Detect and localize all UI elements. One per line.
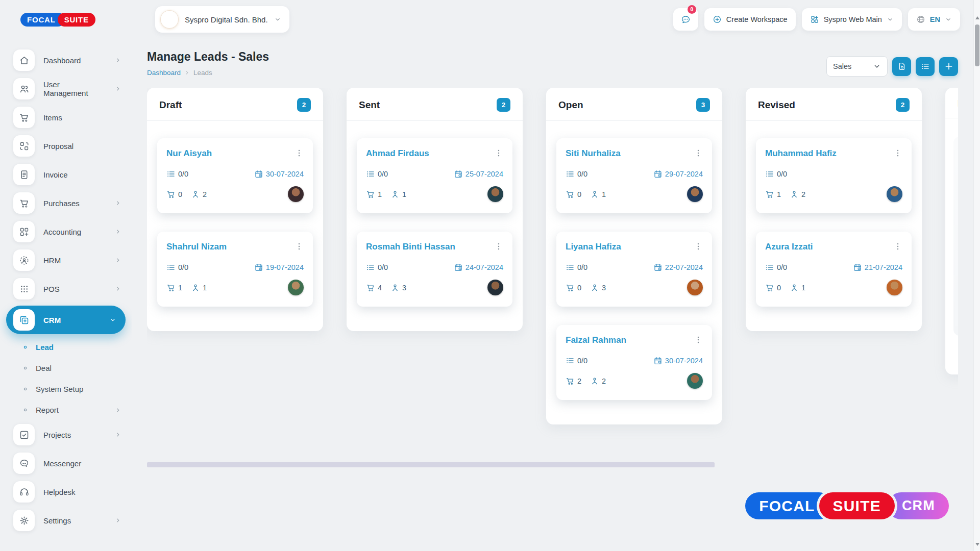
sidebar-item-label: Accounting bbox=[43, 228, 106, 236]
items-stat: 4 bbox=[366, 283, 382, 292]
cart-icon bbox=[166, 283, 176, 292]
lead-name-link[interactable]: Rosmah Binti Hassan bbox=[366, 242, 455, 252]
calendar-icon bbox=[254, 263, 263, 272]
app-logo[interactable]: FOCAL SUITE bbox=[20, 13, 95, 27]
tasks-stat: 0/0 bbox=[765, 169, 787, 179]
chat-button[interactable]: 0 bbox=[673, 8, 698, 31]
invoice-icon bbox=[13, 164, 35, 185]
card-menu-button[interactable] bbox=[494, 148, 503, 158]
lead-card[interactable]: Faizal Rahman 0/0 30-07-2024 2 2 bbox=[556, 325, 712, 400]
card-owner bbox=[678, 280, 703, 295]
sidebar-item-projects[interactable]: Projects bbox=[0, 420, 132, 449]
lead-name-link[interactable]: Azura Izzati bbox=[765, 242, 813, 252]
lead-name-link[interactable]: Siti Nurhaliza bbox=[566, 148, 621, 159]
lead-card[interactable]: Azura Izzati 0/0 21-07-2024 0 1 bbox=[756, 232, 912, 307]
language-selector[interactable]: EN bbox=[908, 8, 960, 31]
lead-card[interactable]: Shahrul Nizam 0/0 19-07-2024 1 1 bbox=[157, 232, 313, 307]
sidebar-item-proposal[interactable]: Proposal bbox=[0, 132, 132, 160]
headset-icon bbox=[13, 481, 35, 503]
workspace-label: Syspro Web Main bbox=[824, 15, 882, 23]
cart-icon bbox=[366, 283, 375, 292]
footer-logo-crm: CRM bbox=[888, 492, 949, 519]
sidebar-item-items[interactable]: Items bbox=[0, 103, 132, 132]
lead-name-link[interactable]: Ahmad Firdaus bbox=[366, 148, 429, 159]
sidebar-item-label: Dashboard bbox=[43, 56, 106, 65]
sidebar-item-pos[interactable]: POS bbox=[0, 274, 132, 303]
tasks-stat: 0/0 bbox=[566, 169, 587, 179]
calendar-icon bbox=[853, 263, 862, 272]
lead-card[interactable]: Ahmad Firdaus 0/0 25-07-2024 1 1 bbox=[357, 138, 512, 213]
sidebar-item-accounting[interactable]: Accounting bbox=[0, 217, 132, 246]
footer-brand-logo: FOCAL SUITE CRM bbox=[745, 492, 949, 519]
sidebar-subitem-report[interactable]: Report bbox=[0, 399, 132, 420]
sidebar-item-user-management[interactable]: User Management bbox=[0, 74, 132, 103]
sidebar-item-hrm[interactable]: HRM bbox=[0, 246, 132, 274]
chevron-right-icon bbox=[114, 407, 121, 414]
syspro-logo-icon bbox=[878, 188, 891, 201]
card-menu-button[interactable] bbox=[694, 242, 703, 251]
scroll-up-arrow-icon[interactable] bbox=[975, 16, 979, 19]
sidebar-item-helpdesk[interactable]: Helpdesk bbox=[0, 478, 132, 506]
sidebar-subitem-lead[interactable]: Lead bbox=[0, 337, 132, 358]
lead-card[interactable]: Rosmah Binti Hassan 0/0 24-07-2024 4 3 bbox=[357, 232, 512, 307]
export-button[interactable] bbox=[892, 57, 911, 76]
breadcrumb-dashboard-link[interactable]: Dashboard bbox=[147, 69, 181, 77]
list-icon bbox=[566, 356, 575, 365]
sidebar-item-invoice[interactable]: Invoice bbox=[0, 160, 132, 189]
workspace-grid-icon bbox=[810, 15, 819, 24]
lead-card[interactable]: Muhammad Hafiz 0/0 1 2 bbox=[756, 138, 912, 213]
cart-icon bbox=[13, 192, 35, 214]
home-icon bbox=[13, 49, 35, 71]
vertical-scrollbar-thumb[interactable] bbox=[975, 24, 979, 66]
lead-card[interactable]: Liyana Hafiza 0/0 22-07-2024 0 3 bbox=[556, 232, 712, 307]
card-menu-button[interactable] bbox=[893, 148, 902, 158]
card-menu-button[interactable] bbox=[494, 242, 503, 251]
list-icon bbox=[366, 263, 375, 272]
chevron-down-icon bbox=[945, 16, 952, 23]
topbar-brand-area: FOCAL SUITE bbox=[0, 0, 132, 39]
gear-icon bbox=[13, 510, 35, 531]
column-count-badge: 3 bbox=[696, 98, 710, 112]
company-logo-icon bbox=[160, 10, 179, 29]
language-label: EN bbox=[930, 15, 940, 23]
list-view-button[interactable] bbox=[916, 57, 935, 76]
lead-name-link[interactable]: Liyana Hafiza bbox=[566, 242, 621, 252]
page-vertical-scrollbar[interactable] bbox=[973, 0, 980, 551]
sidebar-item-settings[interactable]: Settings bbox=[0, 506, 132, 535]
card-menu-button[interactable] bbox=[694, 148, 703, 158]
scroll-down-arrow-icon[interactable] bbox=[975, 543, 979, 546]
lead-name-link[interactable]: Faizal Rahman bbox=[566, 335, 626, 345]
sidebar-item-messenger[interactable]: Messenger bbox=[0, 449, 132, 478]
column-header: Open 3 bbox=[546, 88, 722, 121]
sidebar-item-purchases[interactable]: Purchases bbox=[0, 189, 132, 217]
horizontal-scrollbar-thumb[interactable] bbox=[147, 462, 715, 467]
column-count-badge: 2 bbox=[497, 98, 510, 112]
sidebar-subitem-system-setup[interactable]: System Setup bbox=[0, 379, 132, 399]
card-menu-button[interactable] bbox=[893, 242, 902, 251]
syspro-logo-icon bbox=[878, 281, 891, 294]
items-stat: 0 bbox=[166, 190, 182, 199]
add-lead-button[interactable] bbox=[939, 57, 958, 76]
card-owner bbox=[479, 186, 503, 202]
company-selector[interactable]: Syspro Digital Sdn. Bhd. bbox=[155, 6, 289, 33]
bullet-icon bbox=[22, 386, 28, 392]
card-menu-button[interactable] bbox=[295, 148, 304, 158]
create-workspace-button[interactable]: Create Workspace bbox=[704, 8, 796, 31]
sidebar-item-crm[interactable]: CRM bbox=[6, 306, 126, 334]
workspace-selector[interactable]: Syspro Web Main bbox=[802, 8, 902, 31]
lead-name-link[interactable]: Muhammad Hafiz bbox=[765, 148, 837, 159]
lead-name-link[interactable]: Shahrul Nizam bbox=[166, 242, 227, 252]
calendar-icon bbox=[653, 356, 663, 365]
sidebar-item-dashboard[interactable]: Dashboard bbox=[0, 46, 132, 74]
lead-card[interactable]: Siti Nurhaliza 0/0 29-07-2024 0 1 bbox=[556, 138, 712, 213]
sidebar-item-label: Helpdesk bbox=[43, 488, 121, 496]
chevron-right-icon bbox=[114, 228, 121, 235]
chevron-right-icon bbox=[114, 285, 121, 292]
lead-name-link[interactable]: Nur Aisyah bbox=[166, 148, 212, 159]
card-menu-button[interactable] bbox=[694, 335, 703, 344]
card-menu-button[interactable] bbox=[295, 242, 304, 251]
sidebar-subitem-deal[interactable]: Deal bbox=[0, 358, 132, 379]
pipeline-select[interactable]: Sales bbox=[826, 56, 888, 77]
breadcrumb-current: Leads bbox=[193, 69, 212, 77]
lead-card[interactable]: Nur Aisyah 0/0 30-07-2024 0 2 bbox=[157, 138, 313, 213]
